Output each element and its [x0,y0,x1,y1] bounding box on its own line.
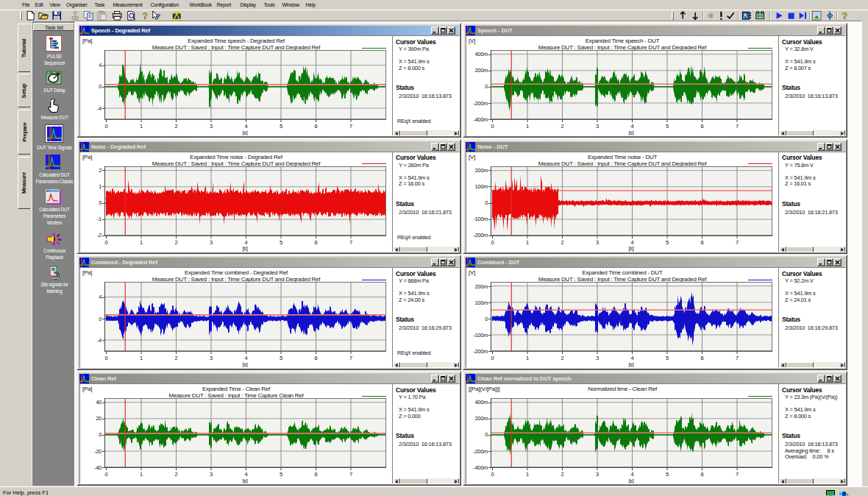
svg-text:?: ? [842,10,848,21]
svg-text:?: ? [156,11,160,19]
svg-text:?: ? [143,10,149,21]
